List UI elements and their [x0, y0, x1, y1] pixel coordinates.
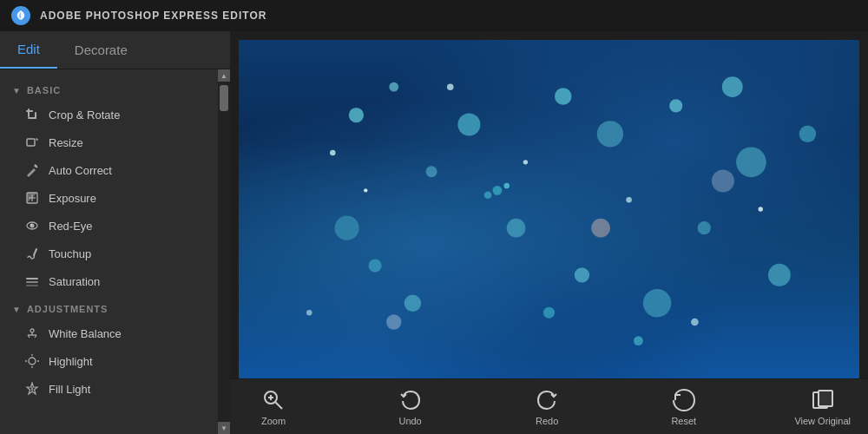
svg-point-59 — [484, 191, 492, 199]
svg-point-63 — [799, 126, 817, 143]
svg-point-31 — [389, 82, 398, 92]
svg-rect-17 — [26, 285, 38, 286]
svg-point-54 — [591, 219, 610, 238]
svg-point-38 — [736, 148, 766, 178]
tab-edit[interactable]: Edit — [0, 31, 57, 69]
exposure-icon — [24, 190, 40, 206]
svg-point-43 — [643, 289, 672, 318]
section-basic: ▼ BASIC — [0, 80, 218, 101]
svg-rect-3 — [35, 112, 36, 119]
svg-point-42 — [404, 295, 422, 312]
sidebar-item-auto-correct[interactable]: Auto Correct — [0, 156, 218, 184]
adjustments-collapse-icon: ▼ — [12, 305, 22, 314]
menu-items: ▼ BASIC Crop & Rotate — [0, 69, 230, 410]
scroll-thumb[interactable] — [220, 85, 228, 111]
main-layout: Edit Decorate ▼ BASIC — [0, 31, 868, 434]
section-adjustments: ▼ ADJUSTMENTS — [0, 299, 218, 319]
svg-point-23 — [29, 358, 36, 365]
svg-point-32 — [457, 114, 480, 136]
svg-point-61 — [634, 336, 643, 345]
wand-icon — [24, 162, 40, 178]
svg-point-62 — [369, 259, 382, 272]
svg-point-50 — [626, 197, 632, 203]
svg-point-41 — [335, 216, 359, 240]
svg-point-44 — [698, 221, 711, 234]
svg-point-40 — [575, 267, 589, 282]
svg-point-51 — [691, 319, 699, 326]
view-original-icon — [811, 388, 835, 412]
svg-marker-11 — [27, 193, 37, 203]
svg-point-14 — [30, 224, 32, 226]
svg-point-13 — [30, 224, 35, 228]
svg-line-65 — [276, 402, 283, 409]
svg-point-47 — [364, 188, 367, 192]
zoom-button[interactable]: Zoom — [247, 388, 299, 426]
basic-collapse-icon: ▼ — [12, 86, 22, 95]
photo-canvas — [239, 40, 859, 378]
titlebar: ADOBE PHOTOSHOP EXPRESS EDITOR — [0, 0, 868, 31]
zoom-icon — [261, 388, 286, 412]
sidebar: Edit Decorate ▼ BASIC — [0, 31, 230, 434]
brush-icon — [24, 246, 40, 261]
sidebar-item-resize[interactable]: Resize — [0, 128, 218, 156]
svg-point-37 — [722, 76, 743, 97]
menu-list: ▼ BASIC Crop & Rotate — [0, 69, 230, 434]
reset-icon — [672, 388, 696, 412]
sidebar-item-fill-light[interactable]: Fill Light — [0, 375, 218, 403]
svg-point-39 — [507, 219, 526, 238]
sidebar-item-white-balance[interactable]: White Balance — [0, 319, 218, 347]
balance-icon — [24, 326, 40, 341]
image-container — [230, 31, 868, 378]
svg-rect-69 — [819, 391, 832, 406]
svg-rect-16 — [26, 281, 38, 283]
sidebar-item-touchup[interactable]: Touchup — [0, 240, 218, 267]
sidebar-item-crop-rotate[interactable]: Crop & Rotate — [0, 101, 218, 128]
sidebar-item-red-eye[interactable]: Red-Eye — [0, 212, 218, 240]
adobe-logo — [10, 5, 31, 26]
svg-point-18 — [30, 329, 34, 332]
reset-button[interactable]: Reset — [658, 388, 710, 426]
bottom-toolbar: Zoom Undo Redo — [230, 378, 868, 434]
sidebar-item-exposure[interactable]: Exposure — [0, 184, 218, 212]
view-original-button[interactable]: View Original — [794, 388, 851, 426]
undo-icon — [398, 388, 423, 412]
highlight-icon — [24, 353, 40, 369]
sidebar-item-saturation[interactable]: Saturation — [0, 267, 218, 295]
canvas-area: Zoom Undo Redo — [230, 31, 868, 434]
redo-button[interactable]: Redo — [521, 388, 573, 426]
svg-point-58 — [504, 183, 510, 189]
svg-point-33 — [426, 166, 437, 177]
resize-icon — [24, 135, 40, 150]
crop-icon — [24, 107, 40, 122]
svg-point-36 — [669, 99, 682, 112]
svg-point-56 — [712, 170, 734, 193]
svg-point-60 — [543, 307, 555, 319]
undo-button[interactable]: Undo — [385, 388, 437, 426]
svg-point-46 — [330, 150, 336, 156]
saturation-icon — [24, 273, 40, 289]
svg-rect-4 — [26, 110, 33, 112]
scroll-down-arrow[interactable]: ▼ — [218, 422, 230, 434]
tab-bar: Edit Decorate — [0, 31, 230, 69]
svg-point-53 — [306, 310, 312, 316]
sidebar-item-highlight[interactable]: Highlight — [0, 347, 218, 375]
redo-icon — [535, 388, 559, 412]
svg-rect-15 — [26, 278, 38, 279]
svg-point-7 — [35, 165, 37, 168]
svg-point-45 — [768, 264, 791, 286]
fill-light-icon — [24, 381, 40, 397]
svg-point-34 — [555, 88, 572, 105]
svg-point-48 — [447, 83, 454, 90]
svg-rect-1 — [28, 108, 30, 117]
svg-point-35 — [597, 121, 623, 147]
scrollbar[interactable]: ▲ ▼ — [218, 69, 230, 434]
scroll-up-arrow[interactable]: ▲ — [218, 69, 230, 82]
tab-decorate[interactable]: Decorate — [57, 31, 145, 69]
app-title: ADOBE PHOTOSHOP EXPRESS EDITOR — [40, 10, 266, 22]
svg-point-49 — [523, 160, 528, 164]
bubbles-overlay — [239, 40, 859, 378]
svg-rect-5 — [27, 139, 35, 146]
svg-point-52 — [759, 207, 763, 211]
eye-icon — [24, 218, 40, 233]
svg-point-30 — [349, 108, 364, 122]
